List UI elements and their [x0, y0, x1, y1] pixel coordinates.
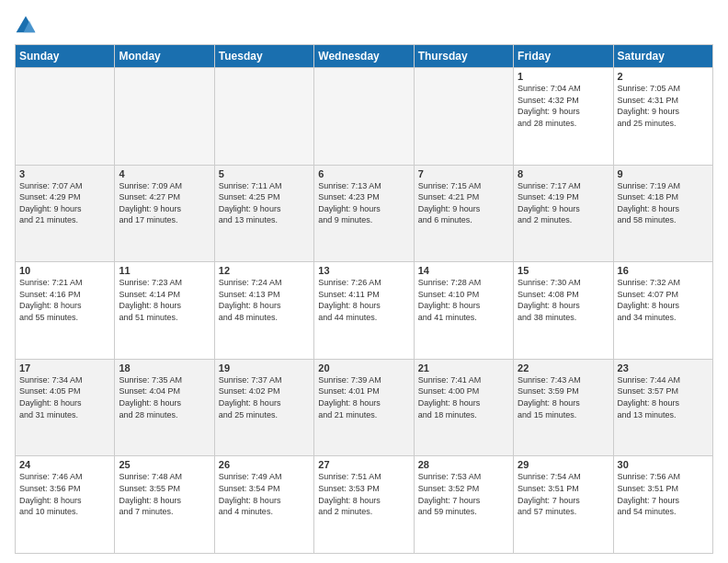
- day-number: 25: [119, 459, 210, 470]
- weekday-header: Sunday: [16, 45, 115, 68]
- day-number: 28: [418, 459, 509, 470]
- day-number: 9: [618, 168, 709, 179]
- calendar-day-cell: 26Sunrise: 7:49 AM Sunset: 3:54 PM Dayli…: [214, 456, 313, 554]
- weekday-header: Monday: [115, 45, 214, 68]
- calendar-day-cell: 21Sunrise: 7:41 AM Sunset: 4:00 PM Dayli…: [414, 359, 513, 456]
- day-info: Sunrise: 7:37 AM Sunset: 4:02 PM Dayligh…: [219, 374, 310, 420]
- calendar-day-cell: 29Sunrise: 7:54 AM Sunset: 3:51 PM Dayli…: [514, 456, 613, 554]
- header: [15, 15, 713, 37]
- calendar-week-row: 3Sunrise: 7:07 AM Sunset: 4:29 PM Daylig…: [16, 165, 713, 262]
- day-number: 14: [418, 265, 509, 276]
- day-number: 2: [618, 71, 709, 82]
- day-number: 30: [618, 459, 709, 470]
- calendar-day-cell: 22Sunrise: 7:43 AM Sunset: 3:59 PM Dayli…: [514, 359, 613, 456]
- calendar-week-row: 17Sunrise: 7:34 AM Sunset: 4:05 PM Dayli…: [16, 359, 713, 456]
- calendar-day-cell: 8Sunrise: 7:17 AM Sunset: 4:19 PM Daylig…: [514, 165, 613, 262]
- calendar-day-cell: 19Sunrise: 7:37 AM Sunset: 4:02 PM Dayli…: [214, 359, 313, 456]
- day-number: 18: [119, 362, 210, 373]
- day-number: 29: [518, 459, 609, 470]
- weekday-header: Wednesday: [314, 45, 414, 68]
- day-info: Sunrise: 7:56 AM Sunset: 3:51 PM Dayligh…: [618, 471, 709, 517]
- calendar-day-cell: 2Sunrise: 7:05 AM Sunset: 4:31 PM Daylig…: [613, 68, 712, 166]
- calendar-day-cell: 3Sunrise: 7:07 AM Sunset: 4:29 PM Daylig…: [16, 165, 115, 262]
- day-info: Sunrise: 7:51 AM Sunset: 3:53 PM Dayligh…: [318, 471, 409, 517]
- weekday-header: Tuesday: [214, 45, 313, 68]
- day-number: 23: [618, 362, 709, 373]
- calendar-day-cell: 13Sunrise: 7:26 AM Sunset: 4:11 PM Dayli…: [314, 262, 414, 360]
- logo: [15, 15, 40, 37]
- day-info: Sunrise: 7:07 AM Sunset: 4:29 PM Dayligh…: [19, 180, 110, 226]
- calendar-day-cell: [115, 68, 214, 166]
- day-number: 15: [518, 265, 609, 276]
- day-info: Sunrise: 7:32 AM Sunset: 4:07 PM Dayligh…: [618, 277, 709, 323]
- day-number: 1: [518, 71, 609, 82]
- calendar-day-cell: 10Sunrise: 7:21 AM Sunset: 4:16 PM Dayli…: [16, 262, 115, 360]
- day-number: 27: [318, 459, 409, 470]
- day-number: 26: [219, 459, 310, 470]
- day-info: Sunrise: 7:26 AM Sunset: 4:11 PM Dayligh…: [318, 277, 409, 323]
- calendar-day-cell: 6Sunrise: 7:13 AM Sunset: 4:23 PM Daylig…: [314, 165, 414, 262]
- day-number: 13: [318, 265, 409, 276]
- day-info: Sunrise: 7:48 AM Sunset: 3:55 PM Dayligh…: [119, 471, 210, 517]
- day-info: Sunrise: 7:11 AM Sunset: 4:25 PM Dayligh…: [219, 180, 310, 226]
- calendar-day-cell: [16, 68, 115, 166]
- calendar-week-row: 1Sunrise: 7:04 AM Sunset: 4:32 PM Daylig…: [16, 68, 713, 166]
- day-number: 11: [119, 265, 210, 276]
- calendar-week-row: 10Sunrise: 7:21 AM Sunset: 4:16 PM Dayli…: [16, 262, 713, 360]
- day-number: 10: [19, 265, 110, 276]
- calendar-day-cell: 24Sunrise: 7:46 AM Sunset: 3:56 PM Dayli…: [16, 456, 115, 554]
- calendar-day-cell: 27Sunrise: 7:51 AM Sunset: 3:53 PM Dayli…: [314, 456, 414, 554]
- day-number: 8: [518, 168, 609, 179]
- weekday-header: Thursday: [414, 45, 513, 68]
- day-number: 24: [19, 459, 110, 470]
- day-info: Sunrise: 7:39 AM Sunset: 4:01 PM Dayligh…: [318, 374, 409, 420]
- calendar-day-cell: 23Sunrise: 7:44 AM Sunset: 3:57 PM Dayli…: [613, 359, 712, 456]
- calendar-day-cell: 9Sunrise: 7:19 AM Sunset: 4:18 PM Daylig…: [613, 165, 712, 262]
- calendar-week-row: 24Sunrise: 7:46 AM Sunset: 3:56 PM Dayli…: [16, 456, 713, 554]
- calendar-day-cell: [414, 68, 513, 166]
- page: SundayMondayTuesdayWednesdayThursdayFrid…: [0, 0, 728, 563]
- day-info: Sunrise: 7:15 AM Sunset: 4:21 PM Dayligh…: [418, 180, 509, 226]
- day-number: 7: [418, 168, 509, 179]
- day-number: 20: [318, 362, 409, 373]
- day-number: 17: [19, 362, 110, 373]
- day-info: Sunrise: 7:53 AM Sunset: 3:52 PM Dayligh…: [418, 471, 509, 517]
- day-info: Sunrise: 7:30 AM Sunset: 4:08 PM Dayligh…: [518, 277, 609, 323]
- day-number: 3: [19, 168, 110, 179]
- day-info: Sunrise: 7:05 AM Sunset: 4:31 PM Dayligh…: [618, 83, 709, 129]
- calendar-day-cell: 12Sunrise: 7:24 AM Sunset: 4:13 PM Dayli…: [214, 262, 313, 360]
- day-info: Sunrise: 7:46 AM Sunset: 3:56 PM Dayligh…: [19, 471, 110, 517]
- calendar-day-cell: 18Sunrise: 7:35 AM Sunset: 4:04 PM Dayli…: [115, 359, 214, 456]
- day-number: 12: [219, 265, 310, 276]
- day-info: Sunrise: 7:19 AM Sunset: 4:18 PM Dayligh…: [618, 180, 709, 226]
- day-info: Sunrise: 7:49 AM Sunset: 3:54 PM Dayligh…: [219, 471, 310, 517]
- day-info: Sunrise: 7:17 AM Sunset: 4:19 PM Dayligh…: [518, 180, 609, 226]
- day-info: Sunrise: 7:23 AM Sunset: 4:14 PM Dayligh…: [119, 277, 210, 323]
- calendar-day-cell: 28Sunrise: 7:53 AM Sunset: 3:52 PM Dayli…: [414, 456, 513, 554]
- day-info: Sunrise: 7:41 AM Sunset: 4:00 PM Dayligh…: [418, 374, 509, 420]
- calendar-day-cell: 7Sunrise: 7:15 AM Sunset: 4:21 PM Daylig…: [414, 165, 513, 262]
- calendar-day-cell: 5Sunrise: 7:11 AM Sunset: 4:25 PM Daylig…: [214, 165, 313, 262]
- day-number: 21: [418, 362, 509, 373]
- day-info: Sunrise: 7:04 AM Sunset: 4:32 PM Dayligh…: [518, 83, 609, 129]
- calendar-day-cell: 4Sunrise: 7:09 AM Sunset: 4:27 PM Daylig…: [115, 165, 214, 262]
- day-info: Sunrise: 7:34 AM Sunset: 4:05 PM Dayligh…: [19, 374, 110, 420]
- day-info: Sunrise: 7:24 AM Sunset: 4:13 PM Dayligh…: [219, 277, 310, 323]
- calendar-table: SundayMondayTuesdayWednesdayThursdayFrid…: [15, 44, 713, 554]
- calendar-day-cell: 17Sunrise: 7:34 AM Sunset: 4:05 PM Dayli…: [16, 359, 115, 456]
- day-info: Sunrise: 7:35 AM Sunset: 4:04 PM Dayligh…: [119, 374, 210, 420]
- calendar-day-cell: 20Sunrise: 7:39 AM Sunset: 4:01 PM Dayli…: [314, 359, 414, 456]
- calendar-day-cell: 30Sunrise: 7:56 AM Sunset: 3:51 PM Dayli…: [613, 456, 712, 554]
- calendar-day-cell: [314, 68, 414, 166]
- weekday-header: Saturday: [613, 45, 712, 68]
- calendar-day-cell: 14Sunrise: 7:28 AM Sunset: 4:10 PM Dayli…: [414, 262, 513, 360]
- day-info: Sunrise: 7:13 AM Sunset: 4:23 PM Dayligh…: [318, 180, 409, 226]
- day-info: Sunrise: 7:28 AM Sunset: 4:10 PM Dayligh…: [418, 277, 509, 323]
- calendar-day-cell: 25Sunrise: 7:48 AM Sunset: 3:55 PM Dayli…: [115, 456, 214, 554]
- day-number: 6: [318, 168, 409, 179]
- day-number: 22: [518, 362, 609, 373]
- calendar-day-cell: 11Sunrise: 7:23 AM Sunset: 4:14 PM Dayli…: [115, 262, 214, 360]
- day-info: Sunrise: 7:54 AM Sunset: 3:51 PM Dayligh…: [518, 471, 609, 517]
- day-number: 19: [219, 362, 310, 373]
- day-info: Sunrise: 7:43 AM Sunset: 3:59 PM Dayligh…: [518, 374, 609, 420]
